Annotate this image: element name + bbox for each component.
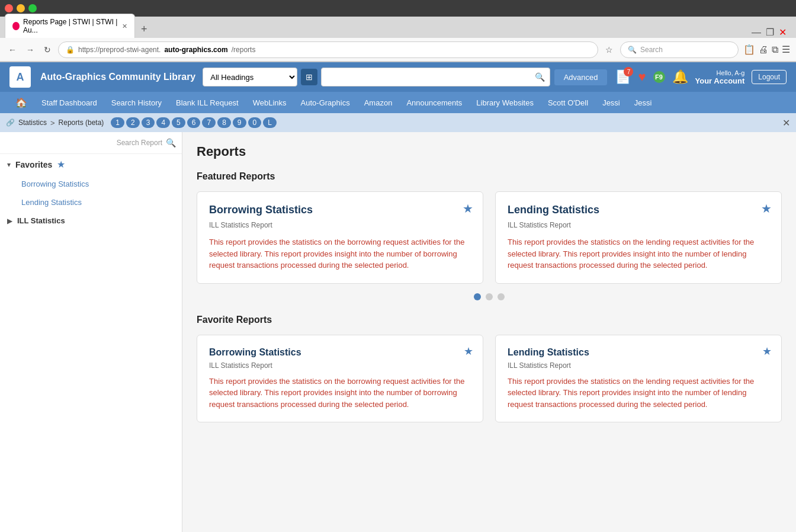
sidebar-search-input[interactable]	[6, 139, 113, 148]
browser-search-bar[interactable]: 🔍 Search	[620, 41, 739, 58]
sidebar-search-btn[interactable]: 🔍	[166, 138, 176, 148]
f9-icon-wrap[interactable]: F9	[653, 71, 665, 83]
nav-amazon[interactable]: Amazon	[358, 95, 399, 111]
browser-minimize-icon[interactable]: —	[752, 27, 761, 38]
close-window-btn[interactable]	[5, 4, 13, 12]
featured-card-lending-body: This report provides the statistics on t…	[508, 236, 769, 271]
search-input-wrap[interactable]: 🔍	[321, 68, 550, 86]
nav-scott-odell[interactable]: Scott O'Dell	[542, 95, 594, 111]
nav-announcements[interactable]: Announcements	[400, 95, 468, 111]
alpha-btn-3[interactable]: 3	[142, 117, 155, 128]
tab-close-btn[interactable]: ✕	[122, 23, 127, 30]
nav-blank-ill[interactable]: Blank ILL Request	[170, 95, 245, 111]
featured-card-lending-subtitle: ILL Statistics Report	[508, 221, 769, 229]
nav-jessi1[interactable]: Jessi	[596, 95, 626, 111]
lock-icon: 🔒	[66, 46, 75, 54]
nav-home[interactable]: 🏠	[9, 94, 33, 112]
search-icon[interactable]: 🔍	[535, 72, 545, 82]
browser-chrome: Reports Page | STWI | STWI | Au... ✕ + —…	[0, 0, 796, 62]
alpha-btn-4[interactable]: 4	[156, 117, 170, 128]
alpha-btn-0[interactable]: 0	[248, 117, 262, 128]
ill-statistics-label: ILL Statistics	[17, 216, 65, 225]
minimize-window-btn[interactable]	[17, 4, 25, 12]
nav-auto-graphics[interactable]: Auto-Graphics	[295, 95, 356, 111]
sidebar-ill-statistics-header[interactable]: ▶ ILL Statistics	[0, 211, 182, 230]
alpha-btn-1[interactable]: 1	[111, 117, 124, 128]
fav-card-lending: Lending Statistics ILL Statistics Report…	[495, 335, 782, 423]
notifications-icon-wrap[interactable]: 📄 7	[615, 69, 631, 85]
tab-favicon	[12, 22, 20, 30]
tab-title: Reports Page | STWI | STWI | Au...	[23, 18, 118, 34]
nav-weblinks[interactable]: WebLinks	[247, 95, 293, 111]
nav-search-history[interactable]: Search History	[105, 95, 168, 111]
bell-icon-wrap[interactable]: 🔔	[672, 69, 688, 85]
breadcrumb-separator: >	[50, 118, 55, 127]
alpha-btn-l[interactable]: L	[263, 117, 277, 128]
tab-bar: Reports Page | STWI | STWI | Au... ✕ + —…	[0, 17, 796, 38]
carousel-dot-1[interactable]	[474, 293, 481, 300]
browser-restore-icon[interactable]: ❐	[766, 27, 774, 38]
account-label: Your Account	[695, 76, 745, 85]
address-bar: ← → ↻ 🔒 https://preprod-stwi-agent.auto-…	[0, 38, 796, 62]
browser-tab-active[interactable]: Reports Page | STWI | STWI | Au... ✕	[5, 14, 135, 38]
heart-icon-wrap[interactable]: ♥	[638, 69, 646, 85]
advanced-btn[interactable]: Advanced	[554, 69, 608, 86]
reading-list-icon[interactable]: 📋	[743, 44, 755, 55]
app-title: Auto-Graphics Community Library	[40, 72, 195, 82]
featured-reports-title: Featured Reports	[197, 171, 782, 182]
favorites-star-icon[interactable]: ★	[57, 159, 65, 170]
alpha-btn-2[interactable]: 2	[126, 117, 140, 128]
breadcrumb-statistics[interactable]: Statistics	[18, 118, 47, 127]
alpha-btn-5[interactable]: 5	[172, 117, 185, 128]
fav-borrowing-star-icon[interactable]: ★	[464, 345, 473, 358]
sidebar: Search Report 🔍 ▾ Favorites ★ Borrowing …	[0, 132, 182, 532]
maximize-window-btn[interactable]	[28, 4, 37, 12]
carousel-dot-3[interactable]	[498, 293, 505, 300]
search-bar-container: All Headings ⊞ 🔍 Advanced	[203, 68, 608, 86]
alpha-btn-6[interactable]: 6	[187, 117, 201, 128]
menu-icon[interactable]: ☰	[782, 44, 790, 55]
breadcrumb-bar: 🔗 Statistics > Reports (beta) 1 2 3 4 5 …	[0, 113, 796, 132]
search-input[interactable]	[326, 73, 534, 82]
search-mag-icon: 🔍	[628, 46, 637, 54]
browser-icons: 📋 🖨 ⧉ ☰	[743, 44, 790, 55]
alpha-btn-8[interactable]: 8	[217, 117, 231, 128]
breadcrumb-close-btn[interactable]: ✕	[782, 117, 790, 129]
nav-library-websites[interactable]: Library Websites	[470, 95, 540, 111]
user-info[interactable]: Hello, A-g Your Account	[695, 69, 745, 85]
sidebar-lending-statistics[interactable]: Lending Statistics	[0, 193, 182, 211]
featured-card-borrowing-body: This report provides the statistics on t…	[209, 236, 471, 271]
fav-lending-star-icon[interactable]: ★	[762, 345, 772, 358]
print-icon[interactable]: 🖨	[759, 44, 768, 55]
nav-jessi2[interactable]: Jessi	[628, 95, 658, 111]
link-icon: 🔗	[6, 118, 15, 127]
back-btn[interactable]: ←	[6, 43, 19, 57]
carousel-dot-2[interactable]	[486, 293, 493, 300]
logout-btn[interactable]: Logout	[752, 70, 787, 84]
nav-staff-dashboard[interactable]: Staff Dashboard	[36, 95, 103, 111]
browser-close-icon[interactable]: ✕	[779, 27, 787, 38]
extensions-icon[interactable]: ⧉	[772, 44, 778, 55]
header-right: 📄 7 ♥ F9 🔔 Hello, A-g Your Account Logou…	[615, 69, 787, 85]
bookmark-btn[interactable]: ☆	[603, 43, 615, 57]
heading-select[interactable]: All Headings	[203, 68, 297, 86]
alpha-btn-7[interactable]: 7	[202, 117, 216, 128]
ill-statistics-chevron-icon: ▶	[7, 217, 12, 225]
url-bar[interactable]: 🔒 https://preprod-stwi-agent.auto-graphi…	[58, 41, 598, 58]
database-icon[interactable]: ⊞	[301, 69, 317, 85]
alpha-btn-9[interactable]: 9	[233, 117, 246, 128]
sidebar-favorites-header[interactable]: ▾ Favorites ★	[0, 154, 182, 175]
new-tab-btn[interactable]: +	[136, 21, 152, 38]
refresh-btn[interactable]: ↻	[41, 43, 53, 57]
featured-card-lending: Lending Statistics ILL Statistics Report…	[495, 191, 782, 284]
sidebar-search-placeholder: Search Report	[117, 139, 162, 147]
favorites-label: Favorites	[15, 160, 52, 169]
forward-btn[interactable]: →	[24, 43, 37, 57]
featured-lending-star-icon[interactable]: ★	[761, 201, 772, 216]
fav-card-borrowing-subtitle: ILL Statistics Report	[209, 361, 471, 370]
sidebar-borrowing-statistics[interactable]: Borrowing Statistics	[0, 175, 182, 193]
breadcrumb-current: Reports (beta)	[59, 118, 104, 127]
fav-cards-row: Borrowing Statistics ILL Statistics Repo…	[197, 335, 782, 423]
featured-borrowing-star-icon[interactable]: ★	[463, 201, 473, 216]
fav-card-lending-body: This report provides the statistics on t…	[508, 376, 769, 411]
